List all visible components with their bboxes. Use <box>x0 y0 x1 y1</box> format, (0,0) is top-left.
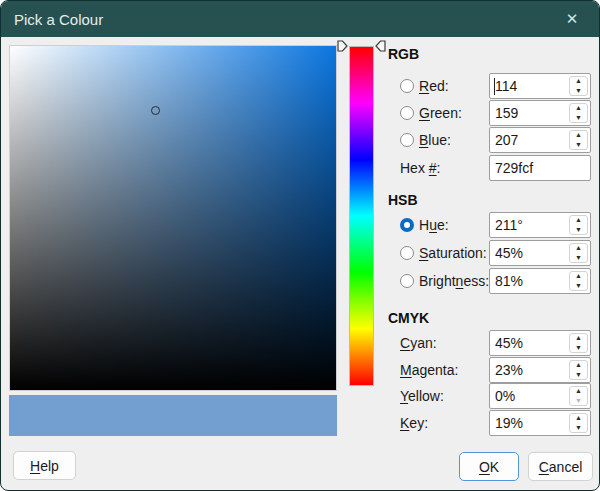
yellow-value-field[interactable] <box>490 384 566 408</box>
cyan-input[interactable]: ▲ ▼ <box>489 330 591 356</box>
hex-label: Hex #: <box>400 155 440 181</box>
saturation-value-field-input[interactable] <box>490 241 566 265</box>
key-value-field[interactable] <box>490 411 566 435</box>
cancel-button-label: Cancel <box>539 459 583 475</box>
spin-up-icon[interactable]: ▲ <box>570 76 587 86</box>
brightness-label: Brightness: <box>419 268 489 294</box>
hex-row: Hex #: <box>1 155 600 181</box>
brightness-spinner[interactable]: ▲ ▼ <box>569 271 588 291</box>
hex-input[interactable] <box>489 155 591 181</box>
spin-down-icon[interactable]: ▼ <box>570 423 587 433</box>
yellow-input[interactable]: ▲ ▼ <box>489 383 591 409</box>
saturation-row: Saturation: ▲ ▼ <box>1 240 600 266</box>
spin-down-icon[interactable]: ▼ <box>570 370 587 380</box>
spin-down-icon: ▼ <box>570 396 587 406</box>
magenta-value-field[interactable] <box>490 358 566 382</box>
green-row: Green: ▲ ▼ <box>1 100 600 126</box>
blue-spinner[interactable]: ▲ ▼ <box>569 130 588 150</box>
blue-label: Blue: <box>419 127 451 153</box>
help-button-label: Help <box>30 458 59 474</box>
dialog-title: Pick a Colour <box>14 11 103 28</box>
hue-radio[interactable] <box>400 218 414 232</box>
key-label: Key: <box>400 410 428 436</box>
hex-value-field[interactable] <box>490 156 590 180</box>
yellow-spinner[interactable]: ▲ ▼ <box>569 386 588 406</box>
help-button[interactable]: Help <box>13 451 76 480</box>
spin-down-icon[interactable]: ▼ <box>570 140 587 150</box>
blue-radio[interactable] <box>400 133 414 147</box>
yellow-label: Yellow: <box>400 383 444 409</box>
blue-value-field[interactable] <box>490 128 566 152</box>
brightness-row: Brightness: ▲ ▼ <box>1 268 600 294</box>
cancel-button[interactable]: Cancel <box>528 452 593 481</box>
brightness-input[interactable]: ▲ ▼ <box>489 268 591 294</box>
spin-down-icon[interactable]: ▼ <box>570 113 587 123</box>
close-icon[interactable]: ✕ <box>551 1 593 37</box>
spin-down-icon[interactable]: ▼ <box>570 281 587 291</box>
hue-slider-handle-right[interactable] <box>375 40 386 52</box>
brightness-value-field[interactable] <box>490 269 566 293</box>
red-radio[interactable] <box>400 79 414 93</box>
red-row: Red: ▲ ▼ <box>1 73 600 99</box>
yellow-row: Yellow: ▲ ▼ <box>1 383 600 409</box>
magenta-input[interactable]: ▲ ▼ <box>489 357 591 383</box>
red-spinner[interactable]: ▲ ▼ <box>569 76 588 96</box>
hue-input[interactable]: ▲ ▼ <box>489 212 591 238</box>
spin-up-icon[interactable]: ▲ <box>570 243 587 253</box>
spin-down-icon[interactable]: ▼ <box>570 343 587 353</box>
magenta-label: Magenta: <box>400 357 458 383</box>
key-spinner[interactable]: ▲ ▼ <box>569 413 588 433</box>
blue-row: Blue: ▲ ▼ <box>1 127 600 153</box>
brightness-radio[interactable] <box>400 274 414 288</box>
red-label: Red: <box>419 73 449 99</box>
spin-down-icon[interactable]: ▼ <box>570 253 587 263</box>
spin-up-icon[interactable]: ▲ <box>570 333 587 343</box>
key-row: Key: ▲ ▼ <box>1 410 600 436</box>
spin-up-icon[interactable]: ▲ <box>570 130 587 140</box>
spin-up-icon[interactable]: ▲ <box>570 215 587 225</box>
spin-up-icon[interactable]: ▲ <box>570 386 587 396</box>
cyan-label: Cyan: <box>400 330 437 356</box>
saturation-input[interactable]: ▲ ▼ <box>489 240 591 266</box>
red-input[interactable]: ▲ ▼ <box>489 73 591 99</box>
blue-input[interactable]: ▲ ▼ <box>489 127 591 153</box>
saturation-spinner[interactable]: ▲ ▼ <box>569 243 588 263</box>
key-input[interactable]: ▲ ▼ <box>489 410 591 436</box>
green-value-field[interactable] <box>490 101 566 125</box>
magenta-spinner[interactable]: ▲ ▼ <box>569 360 588 380</box>
hue-spinner[interactable]: ▲ ▼ <box>569 215 588 235</box>
cyan-spinner[interactable]: ▲ ▼ <box>569 333 588 353</box>
green-label: Green: <box>419 100 462 126</box>
hue-slider-handle-left[interactable] <box>337 40 348 52</box>
spin-up-icon[interactable]: ▲ <box>570 271 587 281</box>
spin-up-icon[interactable]: ▲ <box>570 360 587 370</box>
spin-down-icon[interactable]: ▼ <box>570 86 587 96</box>
hsb-section-header: HSB <box>388 192 418 208</box>
red-value-field[interactable] <box>490 74 566 98</box>
pick-a-colour-dialog: Pick a Colour ✕ RGB Red: ▲ ▼ Green: <box>0 0 600 491</box>
hue-label: Hue: <box>419 212 449 238</box>
cmyk-section-header: CMYK <box>388 310 429 326</box>
green-input[interactable]: ▲ ▼ <box>489 100 591 126</box>
hue-row: Hue: ▲ ▼ <box>1 212 600 238</box>
magenta-row: Magenta: ▲ ▼ <box>1 357 600 383</box>
green-radio[interactable] <box>400 106 414 120</box>
green-spinner[interactable]: ▲ ▼ <box>569 103 588 123</box>
spin-up-icon[interactable]: ▲ <box>570 103 587 113</box>
spin-up-icon[interactable]: ▲ <box>570 413 587 423</box>
hue-value-field[interactable] <box>490 213 566 237</box>
saturation-radio[interactable] <box>400 246 414 260</box>
cyan-row: Cyan: ▲ ▼ <box>1 330 600 356</box>
ok-button[interactable]: OK <box>459 452 519 481</box>
title-bar[interactable]: Pick a Colour ✕ <box>1 1 599 37</box>
cyan-value-field[interactable] <box>490 331 566 355</box>
saturation-label: Saturation: <box>419 240 487 266</box>
rgb-section-header: RGB <box>388 46 419 62</box>
ok-button-label: OK <box>479 459 499 475</box>
spin-down-icon[interactable]: ▼ <box>570 225 587 235</box>
